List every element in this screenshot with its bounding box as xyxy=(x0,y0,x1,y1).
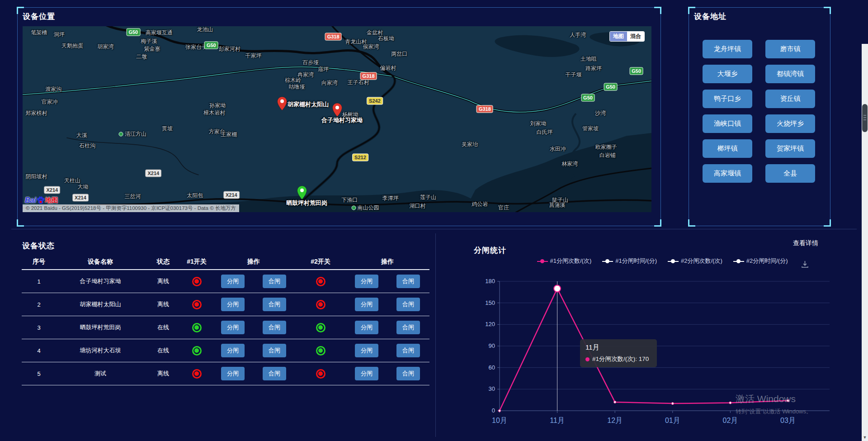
address-button[interactable]: 大堰乡 xyxy=(703,65,752,83)
cell-operations2: 分闸合闸 xyxy=(345,344,429,357)
close-switch-button[interactable]: 合闸 xyxy=(263,321,286,334)
device-address-title: 设备地址 xyxy=(694,11,726,22)
legend-item[interactable]: #2分闸次数/(次) xyxy=(668,257,722,265)
legend-label: #1分闸次数/(次) xyxy=(550,257,592,265)
map-place-label: 大坳 xyxy=(78,183,89,191)
baidu-logo: Bai 地图 xyxy=(25,196,58,204)
switch1-indicator-off xyxy=(192,300,202,309)
map-place-label: 偏岩村 xyxy=(380,64,396,72)
scrollbar-down-arrow[interactable]: ▼ xyxy=(862,434,868,441)
road-shield-X214: X214 xyxy=(223,191,240,199)
table-row: 5测试离线分闸合闸分闸合闸 xyxy=(22,362,429,385)
open-switch-button[interactable]: 分闸 xyxy=(355,344,378,357)
map-place-label: 官庄 xyxy=(498,204,509,211)
road-shield-G50: G50 xyxy=(604,83,618,90)
open-switch-button[interactable]: 分闸 xyxy=(221,344,245,357)
close-switch-button[interactable]: 合闸 xyxy=(396,321,420,334)
map-place-label: 二墩 xyxy=(136,52,147,60)
address-button[interactable]: 渔峡口镇 xyxy=(703,114,752,133)
legend-label: #1分闸时间/(分) xyxy=(615,257,657,265)
map-place-label: 大溪 xyxy=(76,131,87,139)
open-switch-button[interactable]: 分闸 xyxy=(221,298,245,311)
legend-item[interactable]: #1分闸次数/(次) xyxy=(537,257,592,265)
open-switch-button[interactable]: 分闸 xyxy=(221,321,245,334)
map-type-hybrid[interactable]: 混合 xyxy=(627,32,644,41)
map-place-label: 刘家坳 xyxy=(530,119,547,127)
open-switch-button[interactable]: 分闸 xyxy=(355,321,378,334)
address-button[interactable]: 贺家坪镇 xyxy=(765,139,815,158)
download-icon[interactable] xyxy=(801,261,809,268)
device-status-body: 1合子坳村习家坳离线分闸合闸分闸合闸2胡家棚村太阳山离线分闸合闸分闸合闸3晒鼓坪… xyxy=(22,270,429,385)
open-switch-button[interactable]: 分闸 xyxy=(355,298,378,311)
map-place-label: 湖口村 xyxy=(410,202,426,209)
map-place-label: 贯坡 xyxy=(162,125,173,133)
address-button[interactable]: 鸭子口乡 xyxy=(703,90,752,108)
svg-text:180: 180 xyxy=(485,278,495,285)
address-button[interactable]: 都镇湾镇 xyxy=(765,65,815,83)
legend-item[interactable]: #1分闸时间/(分) xyxy=(602,257,657,265)
open-switch-button[interactable]: 分闸 xyxy=(355,367,378,380)
col-header-switch2: #2开关 xyxy=(296,258,345,266)
map-marker-label: 胡家棚村太阳山 xyxy=(288,100,329,109)
open-switch-button[interactable]: 分闸 xyxy=(355,275,378,288)
close-switch-button[interactable]: 合闸 xyxy=(396,344,420,357)
switch1-indicator-off xyxy=(192,277,202,286)
address-button[interactable]: 高家堰镇 xyxy=(703,164,752,183)
map-place-label: 南山公园 xyxy=(352,204,379,211)
table-row: 2胡家棚村太阳山离线分闸合闸分闸合闸 xyxy=(22,293,429,316)
svg-text:03月: 03月 xyxy=(780,417,796,424)
scrollbar-thumb[interactable] xyxy=(862,104,868,132)
map-marker-pin[interactable]: 合子坳村习家坳 xyxy=(332,103,342,119)
close-switch-button[interactable]: 合闸 xyxy=(263,367,286,380)
corner-decoration xyxy=(17,7,24,14)
svg-text:120: 120 xyxy=(485,321,495,327)
cell-operations1: 分闸合闸 xyxy=(212,275,296,288)
map-place-label: 郑家榜村 xyxy=(26,109,47,117)
close-switch-button[interactable]: 合闸 xyxy=(396,367,420,380)
address-button[interactable]: 榔坪镇 xyxy=(703,139,752,158)
close-switch-button[interactable]: 合闸 xyxy=(263,344,286,357)
address-button[interactable]: 火烧坪乡 xyxy=(765,114,815,133)
switch1-indicator-on xyxy=(192,323,202,332)
baidu-map[interactable]: 笔架槽洞坪天鹅抱蛋胡家湾高家堰互通梅子溪紫金寨二墩龙池山张家台子彭家河村千家坪金… xyxy=(23,26,651,212)
switch1-indicator-off xyxy=(192,369,202,379)
page-scrollbar[interactable]: ▼ xyxy=(862,44,868,441)
corner-decoration xyxy=(654,219,661,227)
close-switch-button[interactable]: 合闸 xyxy=(396,275,420,288)
road-shield-G50: G50 xyxy=(126,28,140,36)
close-switch-button[interactable]: 合闸 xyxy=(263,298,286,311)
open-switch-button[interactable]: 分闸 xyxy=(221,275,245,288)
address-button[interactable]: 磨市镇 xyxy=(765,40,815,58)
address-button[interactable]: 龙舟坪镇 xyxy=(703,40,752,58)
cell-operations2: 分闸合闸 xyxy=(345,275,429,288)
address-button[interactable]: 全县 xyxy=(765,164,815,183)
road-shield-X214: X214 xyxy=(72,194,89,201)
map-type-map[interactable]: 地图 xyxy=(610,32,627,41)
dashboard: 设备位置 笔架槽洞坪天鹅抱蛋胡家湾高家堰互通梅子溪紫金寨二墩龙池山张家台子彭 xyxy=(0,0,868,441)
windows-activation-watermark: 激活 Windows 转到“设置”以激活 Windows。 xyxy=(736,393,812,416)
baidu-paw-icon xyxy=(36,196,45,204)
close-switch-button[interactable]: 合闸 xyxy=(396,298,420,311)
address-button[interactable]: 资丘镇 xyxy=(765,90,815,108)
table-row: 3晒鼓坪村荒田岗在线分闸合闸分闸合闸 xyxy=(22,316,429,339)
map-place-label: 干子堰 xyxy=(566,71,582,78)
vertical-divider xyxy=(435,233,436,437)
road-shield-G50: G50 xyxy=(629,67,643,75)
view-details-link[interactable]: 查看详情 xyxy=(793,239,818,247)
map-place-label: 侯家湾 xyxy=(363,43,379,51)
legend-marker-icon xyxy=(602,259,613,263)
map-place-label: 渡家沟 xyxy=(45,85,61,93)
open-switch-button[interactable]: 分闸 xyxy=(221,367,245,380)
close-switch-button[interactable]: 合闸 xyxy=(263,275,286,288)
map-marker-pin[interactable]: 晒鼓坪村荒田岗 xyxy=(297,185,307,202)
col-header-op2: 操作 xyxy=(345,258,429,266)
switch2-indicator-on xyxy=(316,323,326,332)
cell-device-name: 塘坊河村大石坝 xyxy=(56,346,145,355)
map-marker-pin[interactable]: 胡家棚村太阳山 xyxy=(277,96,288,113)
legend-item[interactable]: #2分闸时间/(分) xyxy=(733,257,788,265)
map-place-label: 水田冲 xyxy=(550,145,566,152)
map-place-label: 龙池山 xyxy=(197,26,213,33)
trip-stats-title: 分闸统计 xyxy=(474,245,506,256)
switch2-indicator-on xyxy=(316,346,326,356)
map-type-toggle[interactable]: 地图 混合 xyxy=(609,31,645,42)
